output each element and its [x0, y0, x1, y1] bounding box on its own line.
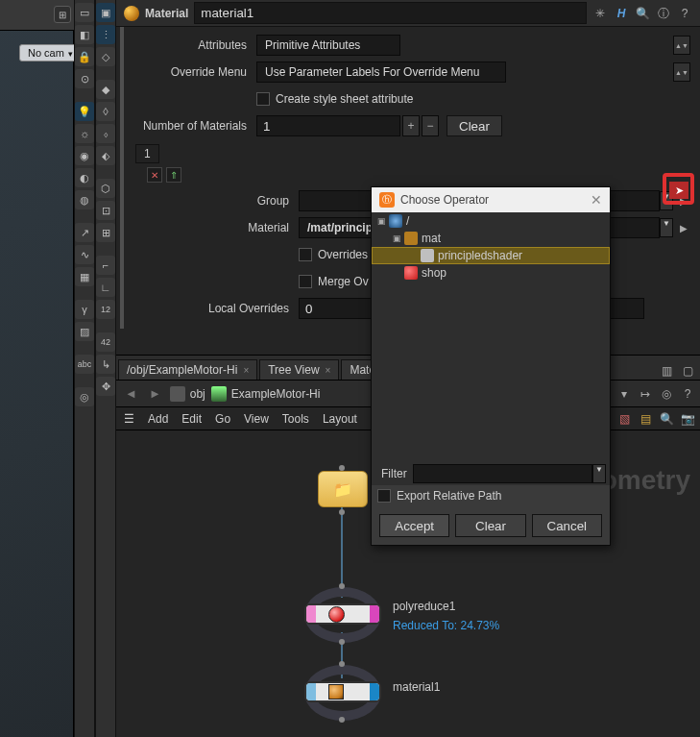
- viewport-3d[interactable]: [0, 0, 74, 737]
- tool-generic-icon[interactable]: ⬡: [96, 179, 115, 198]
- tool-arrow-icon[interactable]: ↗: [75, 223, 94, 242]
- selmode-object-icon[interactable]: ▣: [96, 3, 115, 22]
- accept-button[interactable]: Accept: [379, 514, 449, 537]
- override-dropdown[interactable]: Use Parameter Labels For Override Menu: [256, 61, 506, 83]
- search-icon[interactable]: 🔍: [658, 410, 675, 428]
- path-crumb-obj[interactable]: obj: [170, 386, 205, 402]
- tool-render-icon[interactable]: ◎: [75, 387, 94, 406]
- insert-instance-icon[interactable]: ⇑: [166, 167, 181, 183]
- tool-generic-icon[interactable]: ◇: [96, 47, 115, 66]
- tool-text-icon[interactable]: abc: [75, 355, 94, 374]
- dialog-titlebar[interactable]: ⓗ Choose Operator ✕: [372, 187, 610, 212]
- tool-edge-icon[interactable]: ⌐: [96, 256, 115, 275]
- viewport-tool-icon[interactable]: ⊞: [54, 6, 71, 23]
- nav-back-icon[interactable]: ◄: [122, 386, 140, 401]
- close-icon[interactable]: ×: [326, 365, 331, 376]
- tree-row-root[interactable]: ▣ /: [372, 212, 610, 230]
- menu-go[interactable]: Go: [215, 412, 230, 426]
- tool-gamma-icon[interactable]: γ: [75, 300, 94, 319]
- close-icon[interactable]: ×: [243, 365, 249, 376]
- filter-field[interactable]: [413, 464, 592, 483]
- operator-tree[interactable]: ▣ / ▣ mat principledshader ▸ shop: [372, 212, 610, 462]
- tool-curve-icon[interactable]: ∿: [75, 245, 94, 264]
- stylesheet-checkbox[interactable]: [256, 92, 270, 106]
- chevron-updown-icon[interactable]: ▲▼: [673, 36, 690, 55]
- camera-dropdown[interactable]: No cam: [19, 44, 82, 61]
- tree-row-principledshader[interactable]: principledshader: [372, 247, 610, 264]
- node-name-field[interactable]: [194, 2, 587, 24]
- close-icon[interactable]: ✕: [591, 192, 602, 208]
- nav-fwd-icon[interactable]: ►: [146, 386, 164, 401]
- tool-generic-icon[interactable]: ⊞: [96, 223, 115, 242]
- clear-button[interactable]: Clear: [447, 115, 502, 136]
- chevron-updown-icon[interactable]: ▲▼: [673, 62, 690, 82]
- tool-num-icon[interactable]: 42: [96, 332, 115, 352]
- step-minus-button[interactable]: −: [422, 115, 439, 136]
- gallery-icon[interactable]: ▤: [637, 410, 654, 428]
- node-polyreduce[interactable]: [304, 587, 381, 643]
- multiparm-tab-1[interactable]: 1: [135, 144, 159, 163]
- tool-perspective-icon[interactable]: ▭: [75, 3, 94, 22]
- attributes-dropdown[interactable]: Primitive Attributes: [256, 35, 400, 56]
- tool-shade-icon[interactable]: ◐: [75, 168, 94, 187]
- help-icon[interactable]: ?: [679, 385, 696, 403]
- tool-generic-icon[interactable]: ◆: [96, 80, 115, 99]
- node-input-dot[interactable]: [339, 465, 345, 471]
- link-icon[interactable]: ↦: [637, 385, 654, 403]
- gear-icon[interactable]: ✳: [592, 6, 608, 21]
- tab-network[interactable]: /obj/ExampleMotor-Hi×: [118, 359, 257, 380]
- menu-tools[interactable]: Tools: [282, 412, 309, 426]
- palette-icon[interactable]: ▧: [616, 410, 633, 428]
- tool-expand-icon[interactable]: ✥: [96, 377, 115, 396]
- tool-num-icon[interactable]: 12: [96, 300, 115, 319]
- node-file[interactable]: 📁: [318, 471, 368, 507]
- pane-max-icon[interactable]: ▢: [679, 362, 696, 380]
- path-crumb-node[interactable]: ExampleMotor-Hi: [211, 386, 321, 402]
- tool-generic-icon[interactable]: ⬨: [96, 124, 115, 143]
- menu-add[interactable]: Add: [148, 412, 168, 426]
- tool-bone-icon[interactable]: ☼: [75, 124, 94, 143]
- node-output-dot[interactable]: [339, 509, 345, 515]
- tool-lock-icon[interactable]: 🔒: [75, 47, 94, 66]
- menu-edit[interactable]: Edit: [181, 412, 202, 426]
- houdini-icon[interactable]: H: [614, 6, 629, 21]
- tool-camera-icon[interactable]: ◉: [75, 146, 94, 165]
- help-icon[interactable]: ?: [677, 6, 692, 21]
- overrides-use-checkbox[interactable]: [299, 248, 312, 261]
- expose-icon[interactable]: ◎: [658, 385, 675, 403]
- snapshot-icon[interactable]: 📷: [679, 410, 696, 428]
- tool-path-icon[interactable]: ↳: [96, 355, 115, 374]
- tool-generic-icon[interactable]: ⊡: [96, 201, 115, 220]
- tool-display-icon[interactable]: ◧: [75, 25, 94, 44]
- menu-layout[interactable]: Layout: [323, 412, 357, 426]
- pane-new-icon[interactable]: ▥: [658, 362, 675, 380]
- step-plus-button[interactable]: +: [402, 115, 420, 136]
- cancel-button[interactable]: Cancel: [532, 514, 602, 537]
- num-materials-field[interactable]: [256, 115, 400, 136]
- tab-treeview[interactable]: Tree View×: [259, 359, 339, 380]
- node-material[interactable]: [304, 665, 381, 721]
- material-browse-icon[interactable]: ▶: [677, 223, 690, 233]
- tool-generic-icon[interactable]: ⬖: [96, 146, 115, 165]
- merge-overrides-checkbox[interactable]: [299, 275, 312, 288]
- tool-generic-icon[interactable]: ∟: [96, 278, 115, 297]
- menu-view[interactable]: View: [244, 412, 269, 426]
- material-menu-icon[interactable]: ▼: [660, 218, 673, 237]
- tool-env-icon[interactable]: ◍: [75, 190, 94, 209]
- info-icon[interactable]: ⓘ: [656, 6, 671, 21]
- tree-row-shop[interactable]: ▸ shop: [372, 264, 610, 282]
- tree-row-mat[interactable]: ▣ mat: [372, 230, 610, 247]
- search-icon[interactable]: 🔍: [635, 6, 650, 21]
- tool-light-icon[interactable]: 💡: [75, 102, 94, 121]
- tool-generic-icon[interactable]: ◊: [96, 102, 115, 121]
- remove-instance-icon[interactable]: ✕: [147, 167, 162, 183]
- tool-bg-icon[interactable]: ▨: [75, 322, 94, 341]
- selmode-point-icon[interactable]: ⋮: [96, 25, 115, 44]
- pin-icon[interactable]: ▾: [616, 385, 633, 403]
- filter-menu-icon[interactable]: ▼: [592, 464, 606, 483]
- export-relative-checkbox[interactable]: [377, 489, 391, 503]
- operator-chooser-icon[interactable]: ➤: [669, 182, 688, 199]
- clear-button[interactable]: Clear: [455, 514, 525, 537]
- tool-snap-icon[interactable]: ⊙: [75, 69, 94, 88]
- tool-grid-icon[interactable]: ▦: [75, 267, 94, 286]
